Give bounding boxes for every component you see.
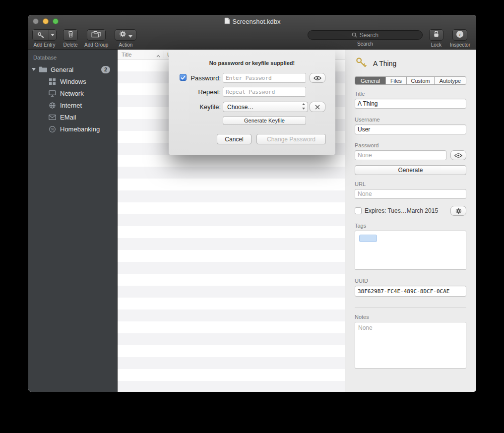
entry-count-badge: 2 [101, 66, 110, 73]
generate-keyfile-button[interactable]: Generate Keyfile [223, 116, 306, 125]
sidebar-item-label: General [51, 66, 73, 73]
desktop: { "window": { "title": "Screenshot.kdbx"… [0, 0, 504, 433]
password-checkbox[interactable] [180, 74, 187, 81]
keyfile-popup-value: Choose… [227, 104, 253, 111]
window-title-group: Screenshot.kdbx [224, 17, 281, 26]
password-field[interactable] [355, 150, 446, 160]
username-label: Username [355, 117, 466, 123]
svg-text:i: i [459, 31, 461, 37]
sheet-message: No password or keyfile supplied! [169, 60, 335, 66]
generate-password-button[interactable]: Generate [355, 165, 466, 175]
tab-files[interactable]: Files [386, 77, 407, 84]
sidebar-item-windows[interactable]: Windows [28, 75, 117, 87]
minimize-button[interactable] [43, 18, 49, 24]
search-placeholder: Search [360, 32, 378, 39]
window-title: Screenshot.kdbx [233, 18, 281, 25]
notes-field[interactable] [355, 322, 466, 369]
email-icon [48, 114, 57, 121]
search-input[interactable]: Search [308, 30, 423, 40]
entry-header: A Thing [355, 56, 466, 71]
gear-icon [455, 208, 462, 214]
sidebar-section-header: Database [28, 54, 117, 63]
action-button[interactable] [115, 29, 136, 41]
uuid-field[interactable] [355, 286, 466, 297]
eye-icon [314, 76, 321, 80]
column-header-title[interactable]: Title [118, 52, 131, 58]
sidebar-item-label: Network [60, 90, 84, 97]
sheet-reveal-password-button[interactable] [310, 73, 325, 83]
inspector-button[interactable]: i [452, 29, 467, 41]
chevron-down-icon [128, 31, 132, 40]
add-group-button[interactable] [87, 29, 106, 41]
sidebar-item-label: Windows [60, 78, 86, 85]
tab-autotype[interactable]: Autotype [435, 77, 466, 84]
delete-button[interactable] [63, 29, 78, 41]
add-entry-dropdown[interactable] [49, 30, 56, 40]
sheet-keyfile-label: Keyfile: [189, 103, 221, 111]
disclosure-triangle-icon[interactable] [32, 68, 36, 71]
add-entry-button[interactable] [32, 29, 57, 41]
sheet-password-input[interactable] [223, 73, 306, 83]
sidebar-item-label: Internet [60, 102, 82, 109]
tab-custom[interactable]: Custom [407, 77, 435, 84]
sheet-password-label: Password: [189, 74, 221, 82]
tab-general[interactable]: General [355, 77, 386, 84]
sheet-repeat-input[interactable] [223, 87, 306, 97]
toolbar-item-search: Search Search [308, 29, 423, 47]
check-icon [181, 75, 186, 80]
inspector-tabs: General Files Custom Autotype [355, 76, 466, 85]
change-password-sheet: No password or keyfile supplied! Passwor… [169, 50, 335, 155]
change-password-button[interactable]: Change Password [256, 134, 326, 144]
homebanking-icon: % [48, 125, 57, 133]
internet-icon [48, 102, 57, 109]
sidebar-item-homebanking[interactable]: % Homebanking [28, 123, 117, 135]
sidebar-item-internet[interactable]: Internet [28, 99, 117, 111]
windows-icon [48, 78, 57, 85]
title-field[interactable] [355, 99, 466, 109]
document-icon [224, 17, 230, 26]
section-divider [355, 308, 466, 308]
folders-icon [91, 30, 102, 40]
sidebar: Database General 2 Windows Network [28, 50, 118, 392]
lock-icon [433, 30, 440, 40]
search-label: Search [357, 41, 373, 47]
reveal-password-button[interactable] [450, 150, 466, 160]
close-button[interactable] [33, 18, 39, 24]
titlebar: Screenshot.kdbx [28, 15, 476, 28]
username-field[interactable] [355, 124, 466, 134]
search-icon [352, 31, 357, 40]
close-x-icon [315, 105, 320, 110]
toolbar-item-add-entry: Add Entry [32, 29, 57, 48]
add-group-label: Add Group [84, 42, 108, 48]
notes-label: Notes [355, 314, 466, 320]
tag-pill[interactable] [359, 235, 377, 242]
toolbar-item-add-group: Add Group [84, 29, 108, 48]
entry-title: A Thing [373, 60, 396, 67]
toolbar-item-action: Action [115, 29, 136, 48]
clear-keyfile-button[interactable] [310, 102, 325, 112]
password-label: Password [355, 142, 466, 148]
column-divider[interactable] [164, 51, 164, 58]
inspector-label: Inspector [450, 42, 470, 48]
sidebar-item-label: Homebanking [60, 125, 100, 133]
sidebar-item-email[interactable]: EMail [28, 111, 117, 123]
inspector-panel: A Thing General Files Custom Autotype Ti… [345, 50, 476, 392]
tags-field[interactable] [355, 231, 466, 270]
sort-ascending-icon [156, 53, 160, 59]
expires-settings-button[interactable] [450, 206, 466, 216]
expires-checkbox[interactable] [355, 207, 362, 214]
sidebar-item-network[interactable]: Network [28, 87, 117, 99]
url-label: URL [355, 181, 466, 187]
title-label: Title [355, 91, 466, 97]
sidebar-item-general[interactable]: General 2 [28, 63, 117, 75]
window-chrome: Screenshot.kdbx Add Entry [28, 15, 476, 50]
eye-icon [454, 153, 462, 158]
toolbar-item-lock: Lock [429, 29, 443, 48]
tags-label: Tags [355, 223, 466, 229]
lock-button[interactable] [429, 29, 443, 41]
svg-text:%: % [51, 127, 54, 131]
cancel-button[interactable]: Cancel [217, 134, 252, 144]
zoom-button[interactable] [53, 18, 59, 24]
url-field[interactable] [355, 189, 466, 199]
keyfile-popup[interactable]: Choose… [223, 102, 308, 112]
